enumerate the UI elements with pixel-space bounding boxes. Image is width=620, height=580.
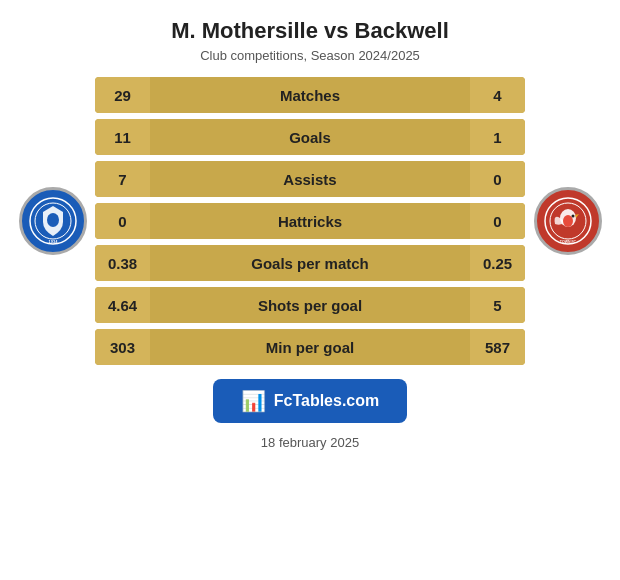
- svg-point-2: [47, 213, 59, 227]
- page-title: M. Mothersille vs Backwell: [171, 18, 449, 44]
- stat-left-value: 0.38: [95, 245, 150, 281]
- stat-row: 0.38Goals per match0.25: [95, 245, 525, 281]
- stat-right-value: 5: [470, 287, 525, 323]
- stat-row: 11Goals1: [95, 119, 525, 155]
- stat-label: Shots per goal: [150, 297, 470, 314]
- stat-left-value: 4.64: [95, 287, 150, 323]
- stat-label: Matches: [150, 87, 470, 104]
- stat-row: 303Min per goal587: [95, 329, 525, 365]
- stat-row: 0Hattricks0: [95, 203, 525, 239]
- fctables-text: FcTables.com: [274, 392, 380, 410]
- right-team-logo-area: TOWN FC: [525, 187, 610, 255]
- stats-rows: 29Matches411Goals17Assists00Hattricks00.…: [95, 77, 525, 365]
- stat-row: 4.64Shots per goal5: [95, 287, 525, 323]
- left-team-logo-area: 1934: [10, 187, 95, 255]
- fctables-icon: 📊: [241, 389, 266, 413]
- svg-text:1934: 1934: [48, 239, 58, 244]
- svg-text:TOWN FC: TOWN FC: [559, 240, 576, 244]
- stat-right-value: 587: [470, 329, 525, 365]
- stat-right-value: 0: [470, 161, 525, 197]
- svg-point-9: [563, 215, 573, 227]
- stat-left-value: 0: [95, 203, 150, 239]
- stat-row: 29Matches4: [95, 77, 525, 113]
- stat-left-value: 29: [95, 77, 150, 113]
- left-team-logo: 1934: [19, 187, 87, 255]
- stat-right-value: 4: [470, 77, 525, 113]
- fctables-banner[interactable]: 📊 FcTables.com: [213, 379, 408, 423]
- stats-section: 1934 29Matches411Goals17Assists00Hattric…: [10, 77, 610, 365]
- stat-right-value: 0: [470, 203, 525, 239]
- stat-row: 7Assists0: [95, 161, 525, 197]
- stat-label: Hattricks: [150, 213, 470, 230]
- page-subtitle: Club competitions, Season 2024/2025: [200, 48, 420, 63]
- svg-point-10: [571, 215, 574, 218]
- right-team-logo: TOWN FC: [534, 187, 602, 255]
- date-footer: 18 february 2025: [261, 435, 359, 450]
- page-container: M. Mothersille vs Backwell Club competit…: [0, 0, 620, 580]
- svg-point-4: [54, 215, 58, 219]
- stat-right-value: 1: [470, 119, 525, 155]
- svg-point-3: [48, 215, 52, 219]
- stat-label: Min per goal: [150, 339, 470, 356]
- right-team-svg: TOWN FC: [543, 196, 593, 246]
- stat-label: Assists: [150, 171, 470, 188]
- stat-left-value: 303: [95, 329, 150, 365]
- stat-left-value: 11: [95, 119, 150, 155]
- stat-label: Goals per match: [150, 255, 470, 272]
- stat-right-value: 0.25: [470, 245, 525, 281]
- stat-left-value: 7: [95, 161, 150, 197]
- left-team-svg: 1934: [28, 196, 78, 246]
- stat-label: Goals: [150, 129, 470, 146]
